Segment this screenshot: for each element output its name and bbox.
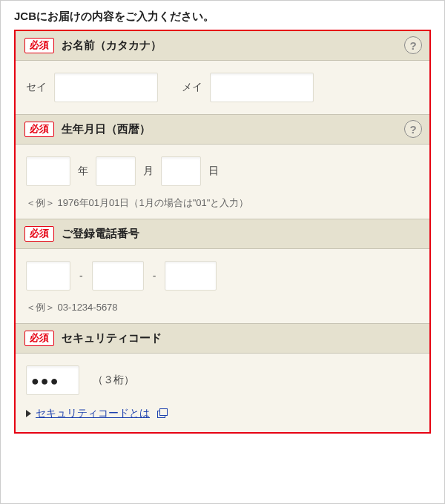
label-mei: メイ — [182, 81, 202, 94]
label-sei: セイ — [26, 81, 47, 94]
section-label-cvv: セキュリティコード — [62, 331, 162, 345]
help-icon[interactable]: ? — [404, 36, 422, 54]
input-day[interactable] — [161, 156, 201, 186]
input-year[interactable] — [26, 156, 70, 186]
input-sei[interactable] — [54, 73, 158, 102]
required-badge: 必須 — [24, 331, 54, 346]
input-phone-3[interactable] — [165, 261, 217, 291]
section-header-phone: 必須 ご登録電話番号 — [16, 219, 429, 249]
required-badge: 必須 — [24, 38, 54, 53]
input-phone-1[interactable] — [26, 261, 70, 291]
phone-sep-1: - — [79, 270, 83, 282]
section-header-dob: 必須 生年月日（西暦） ? — [16, 114, 429, 145]
section-body-cvv: ●●● （３桁） セキュリティコードとは — [16, 354, 429, 432]
required-badge: 必須 — [24, 122, 54, 137]
help-icon[interactable]: ? — [404, 120, 422, 138]
section-body-name: セイ メイ — [16, 61, 429, 114]
section-body-dob: 年 月 日 ＜例＞ 1976年01月01日（1月の場合は"01"と入力） — [16, 145, 429, 219]
unit-month: 月 — [143, 165, 154, 178]
phone-sep-2: - — [153, 270, 156, 282]
section-header-cvv: 必須 セキュリティコード — [16, 323, 429, 354]
input-phone-2[interactable] — [92, 261, 144, 291]
cvv-info-link[interactable]: セキュリティコードとは — [36, 407, 150, 420]
section-header-name: 必須 お名前（カタカナ） ? — [16, 31, 429, 61]
input-month[interactable] — [96, 156, 136, 186]
page-title: JCBにお届けの内容をご入力ください。 — [1, 1, 444, 30]
section-label-name: お名前（カタカナ） — [62, 39, 162, 53]
unit-day: 日 — [208, 165, 219, 178]
example-dob: ＜例＞ 1976年01月01日（1月の場合は"01"と入力） — [26, 196, 419, 210]
external-link-icon — [157, 409, 168, 418]
section-label-dob: 生年月日（西暦） — [62, 122, 151, 136]
input-mei[interactable] — [210, 73, 314, 102]
section-body-phone: - - ＜例＞ 03-1234-5678 — [16, 249, 429, 323]
form-frame: 必須 お名前（カタカナ） ? セイ メイ 必須 生年月日（西暦） ? 年 — [14, 30, 431, 434]
input-cvv[interactable]: ●●● — [26, 365, 79, 395]
triangle-icon — [26, 410, 31, 417]
required-badge: 必須 — [24, 226, 54, 242]
cvv-note: （３桁） — [93, 374, 134, 387]
unit-year: 年 — [78, 165, 88, 178]
example-phone: ＜例＞ 03-1234-5678 — [26, 301, 419, 314]
section-label-phone: ご登録電話番号 — [62, 227, 139, 241]
